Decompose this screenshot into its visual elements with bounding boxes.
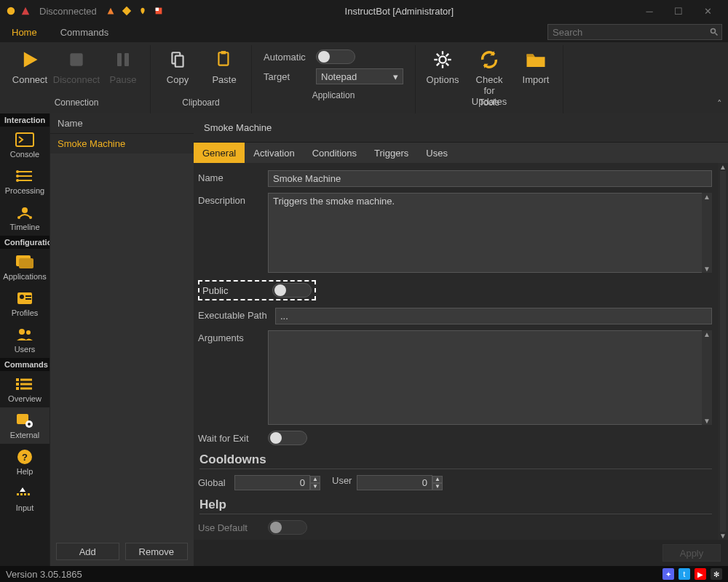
console-icon <box>15 131 35 148</box>
description-input[interactable] <box>268 193 712 273</box>
wait-label: Wait for Exit <box>198 431 261 444</box>
svg-rect-3 <box>155 8 158 11</box>
svg-rect-8 <box>124 53 129 66</box>
disconnect-button: Disconnect <box>58 45 95 85</box>
toolbar-icon-3[interactable] <box>138 6 148 16</box>
import-button[interactable]: Import <box>518 45 554 85</box>
sidebar: Interaction Console Processing Timeline … <box>0 113 50 566</box>
spin-up[interactable]: ▲ <box>310 476 320 483</box>
ribbon-group-clipboard: Copy Paste Clipboard <box>151 45 252 113</box>
pause-icon <box>111 48 135 71</box>
svg-rect-11 <box>218 52 228 65</box>
external-icon <box>15 412 35 429</box>
discord-icon[interactable]: ✦ <box>662 568 674 580</box>
description-scrollbar[interactable]: ▲▼ <box>702 193 712 273</box>
spin-up[interactable]: ▲ <box>432 476 443 483</box>
cooldowns-header: Cooldowns <box>199 453 712 469</box>
tab-conditions[interactable]: Conditions <box>304 143 365 163</box>
sidebar-item-profiles[interactable]: Profiles <box>0 285 50 322</box>
options-button[interactable]: Options <box>424 45 461 85</box>
svg-point-26 <box>16 170 19 173</box>
sidebar-item-console[interactable]: Console <box>0 127 50 163</box>
sidebar-section-interaction: Interaction <box>0 113 50 127</box>
svg-rect-12 <box>221 51 226 54</box>
sidebar-item-processing[interactable]: Processing <box>0 163 50 199</box>
detail-title: Smoke Machine <box>194 113 728 143</box>
tab-uses[interactable]: Uses <box>417 143 456 163</box>
automatic-toggle[interactable] <box>316 49 355 64</box>
tab-triggers[interactable]: Triggers <box>365 143 417 163</box>
svg-line-5 <box>716 33 718 36</box>
sidebar-item-timeline[interactable]: Timeline <box>0 199 50 236</box>
search-box[interactable] <box>547 24 722 40</box>
list-item[interactable]: Smoke Machine <box>50 134 194 154</box>
sidebar-item-external[interactable]: External <box>0 407 50 444</box>
tab-home[interactable]: Home <box>6 24 43 41</box>
svg-rect-44 <box>16 383 19 386</box>
exec-input[interactable] <box>275 308 712 324</box>
ribbon-collapse-button[interactable]: ˄ <box>717 98 722 109</box>
tab-activation[interactable]: Activation <box>245 143 303 163</box>
play-icon <box>18 48 41 71</box>
svg-rect-54 <box>28 493 30 495</box>
stop-icon <box>65 48 88 71</box>
detail-panel: Smoke Machine General Activation Conditi… <box>194 113 728 566</box>
global-input[interactable]: ▲▼ <box>234 475 320 490</box>
target-combo[interactable]: Notepad ▾ <box>316 68 403 84</box>
paste-button[interactable]: Paste <box>206 45 242 85</box>
sidebar-section-configuration: Configuration <box>0 236 50 249</box>
profile-icon <box>15 290 35 307</box>
sidebar-item-users[interactable]: Users <box>0 322 50 358</box>
apply-button[interactable]: Apply <box>662 544 721 562</box>
spin-down[interactable]: ▼ <box>432 483 443 490</box>
automatic-label: Automatic <box>264 52 309 63</box>
public-toggle[interactable] <box>272 283 312 298</box>
users-icon <box>15 326 35 343</box>
youtube-icon[interactable]: ▶ <box>695 568 706 580</box>
minimize-button[interactable]: ─ <box>635 0 664 22</box>
overview-icon <box>15 375 35 393</box>
sidebar-item-help[interactable]: ?Help <box>0 444 50 480</box>
list-header: Name <box>50 113 194 134</box>
pause-button: Pause <box>105 45 141 85</box>
sidebar-item-input[interactable]: Input <box>0 480 50 517</box>
svg-rect-10 <box>175 56 183 67</box>
use-default-toggle[interactable] <box>268 520 307 535</box>
name-input[interactable] <box>268 170 712 187</box>
close-button[interactable]: ✕ <box>693 0 722 22</box>
paste-icon <box>213 48 236 71</box>
tab-commands[interactable]: Commands <box>55 24 114 41</box>
arguments-scrollbar[interactable]: ▲▼ <box>702 330 712 425</box>
help-header: Help <box>199 498 712 514</box>
ribbon-group-connection: Connect Disconnect Pause Connection <box>3 45 151 113</box>
svg-rect-43 <box>16 378 19 381</box>
connect-button[interactable]: Connect <box>12 45 48 85</box>
svg-line-21 <box>446 54 449 57</box>
timeline-icon <box>15 204 35 221</box>
toolbar-icon-2[interactable] <box>122 6 132 16</box>
search-input[interactable] <box>548 27 707 38</box>
copy-button[interactable]: Copy <box>159 45 196 85</box>
svg-point-0 <box>7 7 15 15</box>
sidebar-item-applications[interactable]: Applications <box>0 249 50 285</box>
maximize-button[interactable]: ☐ <box>664 0 693 22</box>
toolbar-icon-4[interactable] <box>154 6 164 16</box>
user-input[interactable]: ▲▼ <box>357 475 443 490</box>
misc-icon[interactable]: ✻ <box>711 568 722 580</box>
twitter-icon[interactable]: t <box>678 568 690 580</box>
spin-down[interactable]: ▼ <box>310 483 320 490</box>
version-label: Version 3.05.1865 <box>6 569 82 580</box>
svg-rect-1 <box>122 7 131 15</box>
toolbar-icon-1[interactable] <box>106 6 116 16</box>
wait-toggle[interactable] <box>268 431 307 445</box>
sidebar-item-overview[interactable]: Overview <box>0 371 50 407</box>
arguments-input[interactable] <box>268 330 712 425</box>
form-scrollbar[interactable]: ▲▼ <box>718 163 728 540</box>
remove-button[interactable]: Remove <box>125 543 189 560</box>
window-icon <box>15 253 35 271</box>
svg-point-30 <box>17 216 20 219</box>
tab-general[interactable]: General <box>194 143 245 163</box>
user-label: User <box>328 475 349 486</box>
svg-point-28 <box>16 179 19 182</box>
add-button[interactable]: Add <box>56 543 119 560</box>
